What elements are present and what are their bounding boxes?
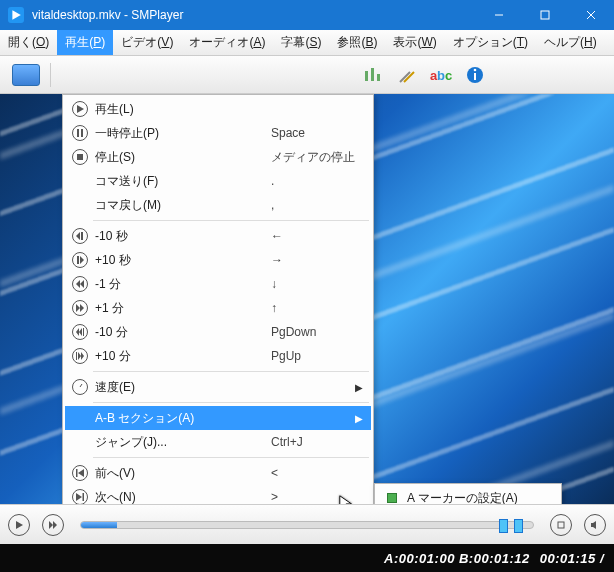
seek-markers — [499, 519, 523, 533]
status-bar: A:00:01:00 B:00:01:12 00:01:15 / — [0, 544, 614, 572]
menu-item-prev[interactable]: 前へ(V)< — [65, 461, 371, 485]
svg-rect-30 — [83, 328, 84, 336]
window-title: vitaldesktop.mkv - SMPlayer — [32, 8, 476, 22]
svg-rect-6 — [371, 68, 374, 81]
svg-marker-0 — [12, 10, 20, 20]
stop-icon — [72, 149, 88, 165]
forward-button[interactable] — [40, 512, 66, 538]
svg-marker-33 — [81, 352, 84, 360]
playback-controls — [0, 504, 614, 544]
svg-rect-5 — [365, 71, 368, 81]
info-icon[interactable] — [463, 63, 487, 87]
tools-icon[interactable] — [395, 63, 419, 87]
menu-audio[interactable]: オーディオ(A) — [181, 30, 273, 55]
video-area[interactable]: 再生(L) 一時停止(P)Space 停止(S)メディアの停止 コマ送り(F).… — [0, 94, 614, 504]
svg-marker-23 — [80, 256, 84, 264]
svg-rect-22 — [77, 256, 79, 264]
menu-item-pause[interactable]: 一時停止(P)Space — [65, 121, 371, 145]
svg-rect-2 — [541, 11, 549, 19]
window-controls — [476, 0, 614, 30]
seek-bar[interactable] — [80, 521, 534, 529]
svg-rect-35 — [76, 469, 78, 477]
menu-item-jump[interactable]: ジャンプ(J)...Ctrl+J — [65, 430, 371, 454]
maximize-button[interactable] — [522, 0, 568, 30]
equalizer-icon[interactable] — [361, 63, 385, 87]
subtitle-style-icon[interactable]: abc — [429, 63, 453, 87]
svg-marker-27 — [80, 304, 84, 312]
svg-marker-29 — [79, 328, 82, 336]
svg-text:c: c — [445, 68, 452, 83]
mute-button[interactable] — [582, 512, 608, 538]
svg-marker-16 — [77, 105, 84, 113]
minimize-button[interactable] — [476, 0, 522, 30]
forward-icon — [72, 252, 88, 268]
forward-icon — [72, 348, 88, 364]
ab-section-submenu: A マーカーの設定(A) B マーカーの設定(B) A-B マーカーのクリア(C… — [374, 483, 562, 504]
svg-marker-28 — [76, 328, 79, 336]
svg-rect-7 — [377, 74, 380, 81]
rewind-icon — [72, 324, 88, 340]
svg-marker-37 — [76, 493, 82, 501]
svg-rect-14 — [474, 73, 476, 80]
svg-marker-20 — [76, 232, 80, 240]
next-icon — [72, 489, 88, 504]
svg-point-15 — [474, 68, 477, 71]
menu-item-ab-section[interactable]: A-B セクション(A)▶ — [65, 406, 371, 430]
seek-marker-b[interactable] — [514, 519, 523, 533]
svg-rect-19 — [77, 154, 83, 160]
menu-item-stop[interactable]: 停止(S)メディアの停止 — [65, 145, 371, 169]
toolbar-separator — [50, 63, 51, 87]
svg-marker-42 — [49, 521, 53, 529]
menu-browse[interactable]: 参照(B) — [329, 30, 385, 55]
titlebar: vitaldesktop.mkv - SMPlayer — [0, 0, 614, 30]
menu-item-forward-10m[interactable]: +10 分PgUp — [65, 344, 371, 368]
marker-a-icon — [387, 493, 397, 503]
menu-view[interactable]: 表示(W) — [385, 30, 444, 55]
menu-open[interactable]: 開く(O) — [0, 30, 57, 55]
menu-item-forward-1m[interactable]: +1 分↑ — [65, 296, 371, 320]
ab-markers-text: A:00:01:00 B:00:01:12 — [384, 551, 530, 566]
submenu-item-set-a[interactable]: A マーカーの設定(A) — [377, 486, 559, 504]
menu-item-play[interactable]: 再生(L) — [65, 97, 371, 121]
menu-play[interactable]: 再生(P) — [57, 30, 113, 55]
svg-marker-43 — [53, 521, 57, 529]
svg-rect-44 — [558, 522, 564, 528]
menu-item-speed[interactable]: 速度(E)▶ — [65, 375, 371, 399]
submenu-arrow-icon: ▶ — [355, 382, 363, 393]
svg-marker-26 — [76, 304, 80, 312]
svg-line-34 — [80, 384, 82, 387]
pause-icon — [72, 125, 88, 141]
seek-marker-a[interactable] — [499, 519, 508, 533]
svg-rect-17 — [77, 129, 79, 137]
menu-help[interactable]: ヘルプ(H) — [536, 30, 605, 55]
menu-options[interactable]: オプション(T) — [445, 30, 536, 55]
forward-icon — [72, 300, 88, 316]
menu-item-frame-back[interactable]: コマ戻し(M), — [65, 193, 371, 217]
menu-separator — [93, 220, 369, 221]
prev-icon — [72, 465, 88, 481]
svg-marker-32 — [78, 352, 81, 360]
open-file-button[interactable] — [12, 64, 40, 86]
svg-marker-45 — [591, 521, 596, 529]
close-button[interactable] — [568, 0, 614, 30]
toolbar: abc — [0, 56, 614, 94]
menu-item-next[interactable]: 次へ(N)> — [65, 485, 371, 504]
play-menu-dropdown: 再生(L) 一時停止(P)Space 停止(S)メディアの停止 コマ送り(F).… — [62, 94, 374, 504]
menu-item-forward-10s[interactable]: +10 秒→ — [65, 248, 371, 272]
svg-marker-25 — [80, 280, 84, 288]
menu-video[interactable]: ビデオ(V) — [113, 30, 181, 55]
menu-item-rewind-10s[interactable]: -10 秒← — [65, 224, 371, 248]
seek-progress — [81, 522, 117, 528]
svg-marker-36 — [78, 469, 84, 477]
menu-item-rewind-1m[interactable]: -1 分↓ — [65, 272, 371, 296]
menu-separator — [93, 457, 369, 458]
svg-marker-24 — [76, 280, 80, 288]
menu-item-frame-step[interactable]: コマ送り(F). — [65, 169, 371, 193]
fullscreen-button[interactable] — [548, 512, 574, 538]
play-button[interactable] — [6, 512, 32, 538]
menu-separator — [93, 402, 369, 403]
menu-subtitle[interactable]: 字幕(S) — [273, 30, 329, 55]
svg-rect-31 — [76, 352, 77, 360]
svg-rect-21 — [81, 232, 83, 240]
menu-item-rewind-10m[interactable]: -10 分PgDown — [65, 320, 371, 344]
